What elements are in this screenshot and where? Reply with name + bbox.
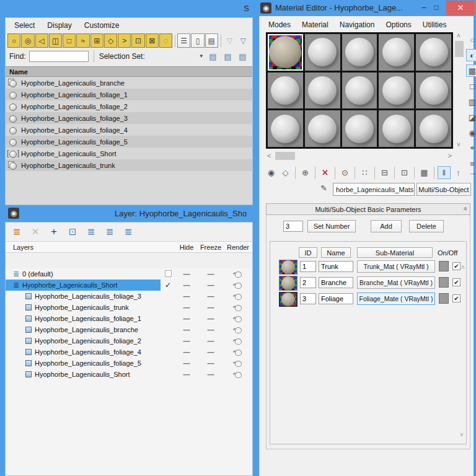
scroll-down-icon[interactable]: ˅ [457, 141, 461, 148]
material-type-button[interactable]: Multi/Sub-Object [416, 183, 471, 196]
display-helpers-icon[interactable]: □ [63, 33, 76, 48]
material-slot[interactable] [379, 110, 414, 147]
add-to-layer-icon[interactable]: + [48, 226, 60, 238]
layer-row[interactable]: ≣0 (default) — — [6, 268, 252, 280]
freeze-toggle[interactable]: — [198, 371, 224, 378]
display-frozen-icon[interactable]: ⊠ [146, 33, 159, 48]
material-slot[interactable] [305, 110, 340, 147]
current-layer-check[interactable]: ✓ [161, 281, 175, 289]
display-containers-icon[interactable]: ⊡ [131, 33, 144, 48]
maximize-button[interactable]: □ [431, 3, 441, 12]
layer-object-row[interactable]: Hyophorbe_Lagenicaulis_branche — — [6, 324, 252, 335]
menu-utilities[interactable]: Utilities [418, 19, 452, 30]
dropdown-arrow-icon[interactable]: ▾ [200, 53, 203, 59]
menu-navigation[interactable]: Navigation [335, 19, 380, 30]
name-column-button[interactable]: Name [321, 247, 351, 258]
hide-toggle[interactable]: — [175, 293, 198, 300]
rollout-collapse-icon[interactable]: » [461, 207, 469, 211]
render-toggle[interactable] [224, 315, 252, 323]
hide-toggle[interactable]: — [175, 270, 198, 278]
delete-button[interactable]: Delete [409, 220, 444, 232]
sub-material-thumbnail[interactable] [279, 276, 298, 291]
menu-modes[interactable]: Modes [263, 19, 296, 30]
menu-options[interactable]: Options [381, 19, 416, 30]
menu-customize[interactable]: Customize [78, 19, 126, 32]
sub-material-id-field[interactable] [300, 277, 316, 288]
material-slot[interactable] [342, 34, 377, 71]
scroll-up-icon[interactable]: ˄ [457, 32, 461, 39]
select-layer-objects-icon[interactable]: ⊡ [66, 226, 79, 237]
hide-all-layers-icon[interactable]: ≣ [104, 226, 116, 237]
freeze-toggle[interactable]: — [198, 359, 224, 367]
freeze-toggle[interactable]: — [198, 326, 224, 333]
sub-material-thumbnail-selected[interactable] [279, 292, 298, 307]
pick-material-eyedropper-icon[interactable]: ✎ [320, 183, 327, 193]
sub-material-on-checkbox[interactable]: ✔ [452, 278, 461, 286]
display-geometry-icon[interactable]: ○ [7, 33, 20, 48]
slots-horizontal-scrollbar[interactable]: ˂ ˃ [266, 151, 453, 161]
view-list-icon[interactable]: ☰ [177, 33, 190, 48]
hide-toggle[interactable]: — [175, 281, 198, 289]
set-number-button[interactable]: Set Number [307, 220, 356, 232]
material-name-dropdown[interactable]: horbe_Lagenicaulis_Mats ˅ [333, 183, 415, 196]
freeze-toggle[interactable]: — [198, 348, 224, 356]
sub-material-id-field[interactable] [300, 261, 316, 272]
go-forward-to-sibling-icon[interactable]: → [466, 166, 476, 179]
render-column-header[interactable]: Render [224, 244, 252, 251]
get-material-icon[interactable]: ◉ [265, 166, 278, 179]
hide-toggle[interactable]: — [175, 304, 198, 311]
material-slot[interactable] [416, 34, 451, 71]
scroll-right-icon[interactable]: ˃ [448, 152, 452, 159]
freeze-toggle[interactable]: — [198, 315, 224, 322]
hide-toggle[interactable]: — [175, 348, 198, 356]
minimize-button[interactable]: – [419, 3, 429, 12]
list-item[interactable]: Hyophorbe_Lagenicaulis_trunk [6, 159, 252, 171]
list-item[interactable]: Hyophorbe_Lagenicaulis_foliage_2 [6, 100, 252, 112]
render-toggle[interactable] [224, 371, 252, 379]
sub-material-column-button[interactable]: Sub-Material [357, 247, 433, 258]
sample-type-icon[interactable]: ○ [466, 33, 476, 46]
sub-material-on-checkbox[interactable]: ✔ [452, 262, 461, 270]
render-toggle[interactable] [224, 281, 252, 289]
material-slot[interactable] [305, 34, 340, 71]
reset-map-icon[interactable]: ✕ [319, 166, 332, 179]
freeze-toggle[interactable]: — [198, 304, 224, 311]
render-toggle[interactable] [224, 293, 252, 301]
freeze-toggle[interactable]: — [198, 337, 224, 345]
material-slot[interactable] [416, 73, 451, 109]
render-toggle[interactable] [224, 348, 252, 356]
layer-object-row[interactable]: Hyophorbe_Lagenicaulis_Short — — [6, 369, 252, 380]
create-selection-set-icon[interactable]: ▤ [207, 51, 219, 63]
backlight-icon[interactable]: ◐ [466, 49, 476, 61]
view-blank-icon[interactable]: ▯ [191, 33, 204, 48]
layer-object-row[interactable]: Hyophorbe_Lagenicaulis_foliage_3 — — [6, 291, 252, 302]
assign-material-to-selection-icon[interactable]: ⊕ [299, 166, 312, 179]
material-slot[interactable] [416, 110, 451, 147]
freeze-toggle[interactable]: — [198, 270, 224, 278]
sub-material-color-swatch[interactable] [439, 277, 449, 288]
list-item[interactable]: Hyophorbe_Lagenicaulis_foliage_3 [6, 112, 252, 124]
display-spacewarps-icon[interactable]: ≈ [76, 33, 89, 48]
layer-object-row[interactable]: Hyophorbe_Lagenicaulis_foliage_1 — — [6, 313, 252, 324]
render-toggle[interactable] [224, 337, 252, 345]
freeze-toggle[interactable]: — [198, 281, 224, 289]
layers-column-header[interactable]: Layers [6, 244, 161, 251]
scroll-thumb[interactable] [275, 152, 295, 160]
rollout-header[interactable]: Multi/Sub-Object Basic Parameters » [266, 203, 470, 215]
menu-material[interactable]: Material [297, 19, 333, 30]
display-lights-icon[interactable]: ◁ [35, 33, 48, 48]
hide-toggle[interactable]: — [175, 315, 198, 322]
slots-vertical-scrollbar[interactable]: ˄ ˅ [454, 32, 464, 150]
make-preview-icon[interactable]: ◪ [466, 111, 476, 123]
menu-select[interactable]: Select [8, 19, 41, 32]
subtract-from-selection-set-icon[interactable]: ▤ [237, 51, 249, 63]
material-slot[interactable] [379, 73, 414, 109]
freeze-column-header[interactable]: Freeze [198, 244, 224, 251]
sub-material-on-checkbox[interactable]: ✔ [452, 294, 461, 302]
close-button[interactable]: ✕ [446, 1, 475, 15]
sub-material-name-field[interactable] [319, 261, 353, 272]
layer-object-row[interactable]: Hyophorbe_Lagenicaulis_foliage_5 — — [6, 358, 252, 369]
sub-material-button-selected[interactable]: Foliage_Mate ( VRayMtl ) [357, 293, 435, 305]
name-column-header[interactable]: Name [6, 66, 252, 77]
freeze-all-layers-icon[interactable]: ≣ [122, 226, 134, 237]
